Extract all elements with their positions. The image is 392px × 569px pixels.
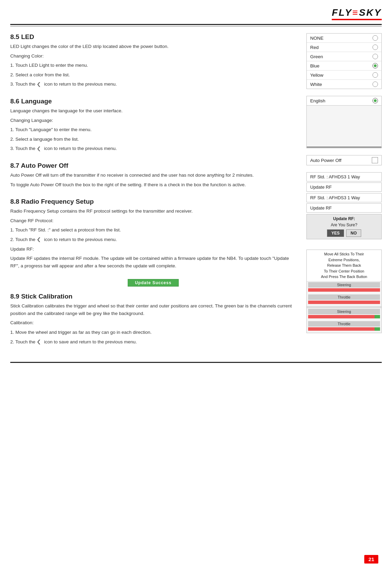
cal-bar-row-throttle2: Throttle [307, 320, 381, 333]
cal-bar-steering2 [308, 315, 380, 318]
language-row-english[interactable]: English [307, 96, 381, 105]
rf-overlay: Update RF: Are You Sure? YES NO [306, 214, 382, 239]
back-icon-lang [37, 147, 42, 151]
rf-panel: RF Std. : AFHDS3 1 Way Update RF RF Std.… [306, 172, 382, 239]
language-step3: 3. Touch the icon to return to the previ… [10, 145, 296, 152]
rf-desc: Radio Frequency Setup contains the RF pr… [10, 207, 296, 215]
language-step2: 2. Select a language from the list. [10, 136, 296, 143]
apo-checkbox[interactable] [372, 157, 378, 163]
language-empty-space [307, 105, 381, 147]
led-radio-none[interactable] [372, 35, 378, 41]
auto-power-off-panel[interactable]: Auto Power Off [306, 155, 382, 165]
rf-update-row1[interactable]: Update RF [306, 182, 382, 192]
led-step3: 3. Touch the icon to return to the previ… [10, 80, 296, 88]
cal-bar-wrap-steering2 [308, 315, 380, 318]
led-row-white[interactable]: White [307, 80, 381, 89]
update-success-bar: Update Success [128, 279, 179, 287]
rf-std-row1[interactable]: RF Std. : AFHDS3 1 Way [306, 172, 382, 181]
cal-calib-label: Calibration: [10, 319, 296, 327]
section-led: 8.5 LED LED Light changes the color of t… [10, 33, 296, 88]
header-line [10, 24, 382, 25]
cal-bar-steering1 [308, 288, 380, 292]
language-desc: Language changes the language for the us… [10, 107, 296, 115]
cal-header-line1: Move All Sticks To Their [309, 251, 379, 257]
rf-btn-row: YES NO [309, 229, 379, 237]
rf-overlay-title: Update RF: [309, 216, 379, 221]
rf-step2: 2. Touch the icon to return to the previ… [10, 236, 296, 243]
rf-overlay-sub: Are You Sure? [309, 223, 379, 227]
calibration-panel: Move All Sticks To Their Extreme Positio… [306, 250, 382, 333]
rf-update-row2[interactable]: Update RF [306, 203, 382, 213]
led-label-yellow: Yellow [310, 73, 324, 78]
language-title: 8.6 Language [10, 98, 296, 105]
rf-btn-no[interactable]: NO [346, 229, 361, 237]
page-number: 21 [364, 555, 378, 564]
cal-bar-throttle1 [308, 301, 380, 304]
right-column: NONE Red Green Blue Yellow White [306, 33, 382, 355]
led-label-red: Red [310, 45, 319, 50]
section-apo: 8.7 Auto Power Off Auto Power Off will t… [10, 162, 296, 188]
apo-title: 8.7 Auto Power Off [10, 162, 296, 169]
led-radio-green[interactable] [372, 54, 378, 59]
bottom-line [10, 362, 382, 363]
led-desc: LED Light changes the color of the LED s… [10, 43, 296, 50]
back-icon-cal [37, 340, 42, 344]
led-label-green: Green [310, 54, 323, 59]
cal-bar-row-throttle1: Throttle [307, 294, 381, 306]
cal-label-throttle1: Throttle [308, 294, 380, 300]
led-label-blue: Blue [310, 63, 319, 68]
cal-header-line5: And Press The Back Button [309, 274, 379, 280]
rf-update-desc: Update RF updates the internal RF module… [10, 255, 296, 269]
led-row-yellow[interactable]: Yellow [307, 71, 381, 80]
apo-desc1: Auto Power Off will turn off the transmi… [10, 172, 296, 179]
cal-bar-row-steering2: Steering [307, 308, 381, 320]
led-row-green[interactable]: Green [307, 52, 381, 61]
main-content: 8.5 LED LED Light changes the color of t… [0, 26, 392, 355]
cal-step2: 2. Touch the icon to save and return to … [10, 338, 296, 346]
back-icon-led [37, 82, 42, 87]
language-step1: 1. Touch "Language" to enter the menu. [10, 126, 296, 134]
cal-header-line4: To Their Center Position [309, 268, 379, 274]
cal-bar-row-steering1: Steering [307, 281, 381, 294]
cal-title: 8.9 Stick Calibration [10, 293, 296, 300]
back-icon-rf [37, 237, 42, 242]
led-changing-label: Changing Color: [10, 52, 296, 60]
rf-step1: 1. Touch "RF Std. :" and select a protoc… [10, 226, 296, 234]
cal-label-steering1: Steering [308, 282, 380, 288]
led-radio-red[interactable] [372, 45, 378, 50]
rf-std-row2[interactable]: RF Std. : AFHDS3 1 Way [306, 193, 382, 202]
update-success-wrap: Update Success [10, 279, 296, 287]
section-rf: 8.8 Radio Frequency Setup Radio Frequenc… [10, 198, 296, 269]
led-row-blue[interactable]: Blue [307, 61, 381, 71]
language-panel-footer-line [307, 147, 381, 148]
led-label-none: NONE [310, 36, 324, 41]
rf-title: 8.8 Radio Frequency Setup [10, 198, 296, 205]
rf-btn-yes[interactable]: YES [327, 229, 344, 237]
led-radio-white[interactable] [372, 81, 378, 87]
cal-label-steering2: Steering [308, 309, 380, 314]
section-cal: 8.9 Stick Calibration Stick Calibration … [10, 293, 296, 345]
led-panel: NONE Red Green Blue Yellow White [306, 33, 382, 89]
language-label-english: English [310, 98, 325, 103]
rf-update-label: Update RF: [10, 245, 296, 253]
cal-bar-throttle2-green [375, 327, 380, 331]
cal-step1: 1. Move the wheel and trigger as far as … [10, 329, 296, 336]
led-row-none[interactable]: NONE [307, 34, 381, 43]
led-radio-blue[interactable] [372, 63, 378, 68]
led-step2: 2. Select a color from the list. [10, 71, 296, 79]
rf-change-label: Change RF Protocol: [10, 217, 296, 225]
language-panel: English [306, 96, 382, 148]
cal-bar-throttle2 [308, 327, 380, 331]
led-radio-yellow[interactable] [372, 72, 378, 78]
header: FLY≡SKY [0, 0, 392, 24]
cal-desc: Stick Calibration calibrates the trigger… [10, 302, 296, 317]
language-radio-english[interactable] [372, 98, 378, 103]
cal-panel-header: Move All Sticks To Their Extreme Positio… [307, 250, 381, 281]
led-title: 8.5 LED [10, 33, 296, 41]
cal-bar-wrap-throttle2 [308, 327, 380, 331]
logo: FLY≡SKY [332, 7, 382, 20]
left-column: 8.5 LED LED Light changes the color of t… [10, 33, 306, 355]
language-changing-label: Changing Language: [10, 117, 296, 124]
led-row-red[interactable]: Red [307, 43, 381, 52]
apo-label: Auto Power Off [310, 158, 341, 163]
